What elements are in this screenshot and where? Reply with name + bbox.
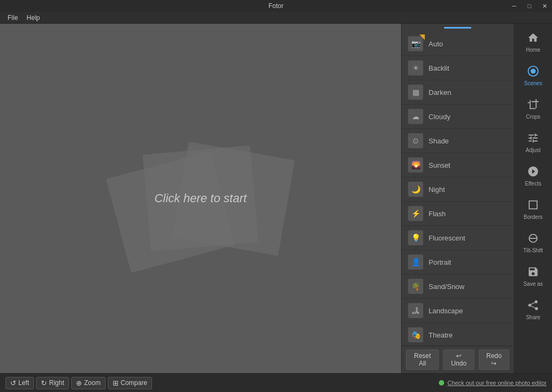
effects-label: Effects xyxy=(525,181,541,187)
scene-item-night[interactable]: 🌙Night xyxy=(402,177,514,202)
zoom-button[interactable]: ⊕ Zoom xyxy=(71,377,106,389)
menu-help[interactable]: Help xyxy=(22,13,44,23)
scenes-icon xyxy=(527,65,539,78)
crops-icon xyxy=(527,99,539,112)
tiltshift-icon xyxy=(527,232,539,245)
left-label: Left xyxy=(18,379,29,387)
bottom-left-controls: ↺ Left ↻ Right ⊕ Zoom ⊞ Compare xyxy=(5,377,152,389)
toolbar-item-crops[interactable]: Crops xyxy=(517,94,549,125)
toolbar-item-effects[interactable]: Effects xyxy=(517,161,549,192)
scene-label-sunset: Sunset xyxy=(429,161,450,169)
reset-all-button[interactable]: Reset All xyxy=(406,349,439,370)
borders-label: Borders xyxy=(523,214,542,221)
scenes-panel: 📷Auto☀Backlit▦Darken☁Cloudy⊙Shade🌄Sunset… xyxy=(401,24,514,373)
toolbar-item-home[interactable]: Home xyxy=(517,27,549,58)
home-icon xyxy=(527,32,539,45)
redo-button[interactable]: Redo ↪ xyxy=(479,349,509,370)
effects-icon xyxy=(527,166,539,178)
scene-icon-sand_snow: 🌴 xyxy=(408,279,423,294)
left-button[interactable]: ↺ Left xyxy=(5,377,34,389)
right-toolbar: HomeScenesCropsAdjustEffectsBordersTilt-… xyxy=(514,24,552,373)
scene-label-theatre: Theatre xyxy=(429,331,453,339)
scene-icon-backlit: ☀ xyxy=(408,60,423,75)
main-area: Click here to start 📷Auto☀Backlit▦Darken… xyxy=(0,24,552,373)
scene-label-sand_snow: Sand/Snow xyxy=(429,283,465,291)
reset-bar: Reset All ↩ Undo Redo ↪ xyxy=(402,346,514,373)
adjust-label: Adjust xyxy=(526,147,541,154)
scenes-list: 📷Auto☀Backlit▦Darken☁Cloudy⊙Shade🌄Sunset… xyxy=(402,32,514,346)
scene-item-fluorescent[interactable]: 💡Fluorescent xyxy=(402,226,514,250)
scene-label-auto: Auto xyxy=(429,40,443,48)
scene-item-backlit[interactable]: ☀Backlit xyxy=(402,56,514,80)
zoom-icon: ⊕ xyxy=(76,379,82,387)
toolbar-item-share[interactable]: Share xyxy=(517,294,549,326)
scene-item-sunset[interactable]: 🌄Sunset xyxy=(402,153,514,177)
maximize-button[interactable]: □ xyxy=(522,0,537,12)
scene-icon-theatre: 🎭 xyxy=(408,327,423,342)
bottom-bar: ↺ Left ↻ Right ⊕ Zoom ⊞ Compare Check ou… xyxy=(0,373,552,392)
scene-item-theatre[interactable]: 🎭Theatre xyxy=(402,323,514,346)
active-tab-indicator xyxy=(444,27,471,29)
scene-label-backlit: Backlit xyxy=(429,64,449,72)
menu-file[interactable]: File xyxy=(3,13,22,23)
menubar: File Help xyxy=(0,12,552,24)
scene-icon-night: 🌙 xyxy=(408,182,423,197)
app-title: Fotor xyxy=(268,2,284,10)
compare-button[interactable]: ⊞ Compare xyxy=(108,377,152,389)
close-button[interactable]: ✕ xyxy=(537,0,552,12)
scene-icon-shade: ⊙ xyxy=(408,133,423,148)
scene-label-shade: Shade xyxy=(429,137,449,145)
scene-item-sand_snow[interactable]: 🌴Sand/Snow xyxy=(402,274,514,299)
scene-item-landscape[interactable]: 🏞Landscape xyxy=(402,299,514,323)
share-icon xyxy=(527,299,539,312)
toolbar-item-saveas[interactable]: Save as xyxy=(517,261,549,292)
window-controls: ─ □ ✕ xyxy=(507,0,552,12)
scene-label-flash: Flash xyxy=(429,210,446,218)
scene-icon-landscape: 🏞 xyxy=(408,303,423,318)
right-icon: ↻ xyxy=(41,379,47,387)
scene-item-shade[interactable]: ⊙Shade xyxy=(402,129,514,153)
tiltshift-label: Tilt-Shift xyxy=(523,247,543,254)
scene-label-cloudy: Cloudy xyxy=(429,113,450,121)
scene-item-darken[interactable]: ▦Darken xyxy=(402,80,514,105)
toolbar-item-tiltshift[interactable]: Tilt-Shift xyxy=(517,228,549,259)
scene-label-night: Night xyxy=(429,185,445,194)
canvas-area[interactable]: Click here to start xyxy=(0,24,401,373)
right-label: Right xyxy=(49,379,64,387)
adjust-icon xyxy=(527,132,539,145)
promo-text[interactable]: Check out our free online photo editor xyxy=(447,380,547,386)
scene-label-fluorescent: Fluorescent xyxy=(429,234,465,242)
scene-item-cloudy[interactable]: ☁Cloudy xyxy=(402,105,514,129)
scene-icon-cloudy: ☁ xyxy=(408,109,423,124)
borders-icon xyxy=(527,199,539,212)
toolbar-item-borders[interactable]: Borders xyxy=(517,194,549,225)
zoom-label: Zoom xyxy=(84,379,101,387)
home-label: Home xyxy=(526,47,541,53)
toolbar-item-adjust[interactable]: Adjust xyxy=(517,127,549,159)
scene-label-darken: Darken xyxy=(429,88,451,97)
scene-item-auto[interactable]: 📷Auto xyxy=(402,32,514,56)
scenes-label: Scenes xyxy=(524,80,542,87)
scene-icon-fluorescent: 💡 xyxy=(408,230,423,245)
scene-icon-darken: ▦ xyxy=(408,85,423,100)
saveas-icon xyxy=(527,266,539,279)
scene-label-portrait: Portrait xyxy=(429,258,451,266)
scene-item-portrait[interactable]: 👤Portrait xyxy=(402,250,514,274)
bottom-right-promo: Check out our free online photo editor xyxy=(439,380,547,386)
scenes-tab-indicator xyxy=(402,24,514,32)
right-button[interactable]: ↻ Right xyxy=(36,377,69,389)
canvas-placeholder[interactable]: Click here to start xyxy=(0,24,401,373)
scene-item-flash[interactable]: ⚡Flash xyxy=(402,202,514,226)
compare-label: Compare xyxy=(121,379,147,387)
toolbar-item-scenes[interactable]: Scenes xyxy=(517,60,549,92)
scene-icon-sunset: 🌄 xyxy=(408,157,423,173)
saveas-label: Save as xyxy=(523,281,543,287)
click-to-start-text[interactable]: Click here to start xyxy=(154,191,246,205)
share-label: Share xyxy=(526,314,541,321)
green-dot-icon xyxy=(439,380,444,386)
minimize-button[interactable]: ─ xyxy=(507,0,522,12)
scene-icon-auto: 📷 xyxy=(408,36,423,51)
crops-label: Crops xyxy=(526,114,541,120)
undo-button[interactable]: ↩ Undo xyxy=(443,349,474,370)
scene-icon-portrait: 👤 xyxy=(408,255,423,270)
